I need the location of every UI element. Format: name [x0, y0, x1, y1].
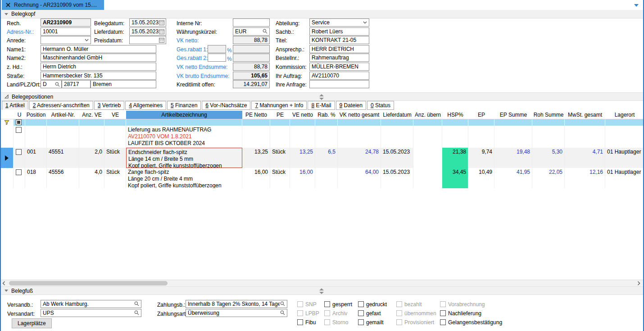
col-header-ep[interactable]: EP	[468, 111, 494, 119]
checkbox-gelangensbestaetigung[interactable]: Gelangensbestätigung	[440, 319, 502, 326]
rabatt1-label[interactable]: Ges.rabatt 1:	[177, 46, 208, 53]
anrede-select[interactable]	[41, 36, 91, 44]
filter-select-all[interactable]	[14, 119, 25, 126]
cell-ep[interactable]	[468, 126, 494, 148]
cell-ep-summe[interactable]	[494, 126, 532, 148]
col-header-pe-netto[interactable]: PE Netto	[242, 111, 270, 119]
cell-artikelnr[interactable]	[47, 126, 79, 148]
cell-position[interactable]: 001	[25, 148, 47, 168]
cell-hsp[interactable]: 34,45	[442, 168, 468, 188]
splitter-handle[interactable]	[319, 94, 324, 100]
filter-cell[interactable]	[338, 119, 381, 126]
horizontal-scrollbar[interactable]	[1, 280, 644, 286]
col-header-vk-netto-gesamt[interactable]: VK netto gesamt	[338, 111, 381, 119]
zahlungsart-field[interactable]	[186, 309, 287, 317]
cell-lieferdatum[interactable]	[381, 126, 413, 148]
col-header-rab[interactable]: Rab. %	[315, 111, 338, 119]
document-tab[interactable]: Rechnung - AR2310909 vom 15....	[2, 0, 104, 10]
sachb-field[interactable]	[309, 27, 369, 36]
cell-ep-summe[interactable]: 19,48	[494, 148, 532, 168]
versandb-field[interactable]	[41, 300, 141, 308]
tab-mahnungen-info[interactable]: 7 Mahnungen + Info	[251, 101, 307, 110]
filter-cell[interactable]	[468, 119, 494, 126]
cell-pe-netto[interactable]	[242, 126, 270, 148]
cell-artikelnr[interactable]: 45551	[47, 148, 79, 168]
checkbox-gedruckt[interactable]: gedruckt	[358, 301, 387, 308]
cell-ep[interactable]: 9,74	[468, 148, 494, 168]
tab-vertrieb[interactable]: 3 Vertrieb	[94, 101, 124, 110]
name1-field[interactable]	[41, 45, 156, 53]
rabatt2-label[interactable]: Ges.rabatt 2:	[177, 55, 208, 61]
checkbox-gemailt[interactable]: gemailt	[358, 319, 384, 326]
checkbox-box[interactable]	[358, 301, 364, 307]
table-row[interactable]: Lieferung aus RAHMENAUFTRAG AV2110070 VO…	[1, 126, 644, 148]
col-header-lagerort[interactable]: Lagerort	[605, 111, 644, 119]
cell-ve-netto[interactable]	[290, 126, 315, 148]
filter-cell[interactable]	[315, 119, 338, 126]
cell-hsp[interactable]	[442, 126, 468, 148]
cell-ep[interactable]: 10,49	[468, 168, 494, 188]
cell-ve-netto[interactable]: 13,25	[290, 148, 315, 168]
col-header-artikelbezeichnung[interactable]: Artikelbezeichnung	[126, 111, 242, 119]
filter-cell[interactable]	[270, 119, 290, 126]
cell-roh-summe[interactable]: 5,30	[532, 148, 565, 168]
cell-rab[interactable]: 6,5	[315, 148, 338, 168]
checkbox-box[interactable]	[440, 319, 446, 325]
col-header-anz-ve[interactable]: Anz. VE	[79, 111, 104, 119]
col-header-position[interactable]: Position	[25, 111, 47, 119]
cell-artikelbezeichnung[interactable]: Zange flach-spitz Länge 20 cm / Breite 4…	[126, 168, 242, 188]
filter-cell[interactable]	[104, 119, 126, 126]
kommission-field[interactable]	[309, 63, 369, 71]
col-header-lieferdatum[interactable]: Lieferdatum	[381, 111, 413, 119]
filter-cell[interactable]	[25, 119, 47, 126]
titel-field[interactable]	[309, 36, 369, 44]
expand-icon[interactable]	[5, 95, 9, 99]
filter-cell[interactable]	[381, 119, 413, 126]
cell-lieferdatum[interactable]: 15.05.2023	[381, 148, 413, 168]
cell-pe-netto[interactable]: 16,00	[242, 168, 270, 188]
cell-pe-netto[interactable]: 13,25	[242, 148, 270, 168]
cell-anz-uebern[interactable]	[413, 148, 442, 168]
filter-cell[interactable]	[79, 119, 104, 126]
filter-icon[interactable]	[4, 120, 9, 125]
checkbox-box[interactable]	[440, 310, 446, 316]
rabatt2-input[interactable]	[208, 54, 226, 62]
col-header-roh-summe[interactable]: Roh Summe	[532, 111, 565, 119]
section-header-belegpositionen[interactable]: Belegepositionen	[1, 92, 643, 101]
collapse-icon[interactable]	[5, 290, 8, 292]
cell-pe[interactable]: Stück	[270, 168, 290, 188]
row-checkbox[interactable]	[16, 169, 22, 175]
filter-cell[interactable]	[605, 119, 644, 126]
ihre-anfrage-field[interactable]	[309, 80, 369, 88]
checkbox-gefaxt[interactable]: gefaxt	[358, 310, 381, 317]
cell-lagerort[interactable]: 01 Hauptlager	[605, 168, 644, 188]
adressnr-label[interactable]: Adress-Nr.:	[7, 29, 34, 35]
bestellnr-field[interactable]	[309, 54, 369, 62]
filter-cell[interactable]	[442, 119, 468, 126]
cell-mwst[interactable]: 12,16	[565, 168, 605, 188]
col-header-u[interactable]: U	[14, 111, 25, 119]
adressnr-field[interactable]	[41, 27, 91, 36]
col-header-ve[interactable]: VE	[104, 111, 126, 119]
tab-dateien[interactable]: 9 Dateien	[336, 101, 366, 110]
col-header-pe[interactable]: PE	[270, 111, 290, 119]
vk-brutto-endsumme-label[interactable]: VK brutto Endsumme:	[177, 73, 229, 79]
cell-ve[interactable]	[104, 126, 126, 148]
zhd-field[interactable]	[41, 63, 156, 71]
cell-artikelbezeichnung-selected[interactable]: Endschneider flach-spitz Länge 14 cm / B…	[126, 148, 242, 168]
col-header-anz-uebern[interactable]: Anz. übern	[413, 111, 442, 119]
filter-cell[interactable]	[565, 119, 605, 126]
row-check-cell[interactable]	[14, 168, 25, 188]
cell-roh-summe[interactable]: 22,05	[532, 168, 565, 188]
cell-anz-uebern[interactable]	[413, 168, 442, 188]
cell-anz-ve[interactable]: 2,0	[79, 148, 104, 168]
cell-anz-uebern[interactable]	[413, 126, 442, 148]
cell-artikelbezeichnung[interactable]: Lieferung aus RAHMENAUFTRAG AV2110070 VO…	[126, 126, 242, 148]
filter-cell[interactable]	[290, 119, 315, 126]
vk-netto-endsumme-label[interactable]: VK netto Endsumme:	[177, 64, 227, 70]
col-header-ve-netto[interactable]: VE netto	[290, 111, 315, 119]
filter-cell[interactable]	[47, 119, 79, 126]
filter-cell[interactable]	[242, 119, 270, 126]
row-checkbox[interactable]	[16, 127, 22, 133]
filter-cell[interactable]	[126, 119, 242, 126]
